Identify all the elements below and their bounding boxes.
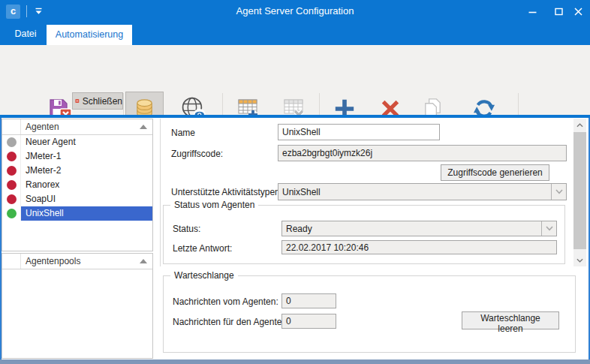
app-window: c Agent Server Configuration Datei Autom… (0, 0, 590, 364)
status-cell (2, 192, 21, 206)
last-response-field[interactable] (281, 240, 557, 254)
status-group-title: Status vom Agenten (170, 200, 258, 210)
status-dot-gray (7, 137, 17, 147)
pools-list-header[interactable]: Agentenpools (2, 254, 152, 269)
status-cell (2, 206, 21, 221)
messages-for-agent-field[interactable] (281, 314, 336, 329)
status-cell (2, 164, 21, 178)
status-dot-red (7, 166, 17, 176)
agents-list-body: Neuer AgentJMeter-1JMeter-2RanorexSoapUI… (2, 135, 152, 221)
last-response-label: Letzte Antwort: (173, 243, 232, 254)
title-bar: c Agent Server Configuration (0, 0, 590, 23)
list-item-label: UnixShell (21, 206, 152, 221)
list-item[interactable]: Ranorex (2, 178, 152, 192)
minimize-icon (528, 8, 537, 16)
scrollbar-thumb[interactable] (573, 132, 586, 249)
activity-types-label: Unterstützte Aktivitätstypen: (171, 187, 282, 197)
tab-automatisierung[interactable]: Automatisierung (47, 25, 132, 45)
tab-datei[interactable]: Datei (8, 23, 44, 45)
access-code-field[interactable] (278, 145, 567, 161)
messages-for-agent-label: Nachrichten für den Agenten: (173, 317, 289, 327)
scroll-down-button[interactable] (573, 254, 586, 266)
ribbon: Speichern & Schließen Schließen Speicher… (0, 45, 590, 115)
close-button[interactable] (568, 3, 588, 20)
list-item-label: JMeter-1 (21, 149, 152, 164)
list-item[interactable]: JMeter-1 (2, 149, 152, 164)
status-column-header (2, 119, 21, 134)
status-dot-red (7, 180, 17, 190)
dropdown-button[interactable] (551, 184, 566, 200)
scroll-up-icon (576, 123, 583, 128)
form-panel-border (160, 119, 161, 266)
list-item[interactable]: Neuer Agent (2, 135, 152, 149)
access-code-label: Zugriffscode: (171, 149, 223, 159)
sort-ascending-icon (140, 259, 147, 263)
queue-group-title: Warteschlange (170, 270, 238, 281)
pools-header-label: Agentenpools (21, 256, 140, 266)
status-cell (2, 149, 21, 164)
agents-header-label: Agenten (21, 122, 140, 132)
window-border-bottom (0, 359, 590, 364)
name-input[interactable] (278, 124, 440, 140)
list-item-label: Ranorex (21, 178, 152, 192)
status-dropdown[interactable]: Ready (281, 221, 557, 236)
status-dot-red (7, 194, 17, 204)
list-item[interactable]: UnixShell (2, 206, 152, 221)
vertical-scrollbar[interactable] (573, 119, 586, 266)
activity-types-dropdown[interactable]: UnixShell (278, 183, 567, 200)
close-project-button[interactable]: Schließen (72, 92, 123, 110)
messages-from-agent-field[interactable] (281, 293, 336, 308)
status-cell (2, 178, 21, 192)
status-dot-red (7, 152, 17, 161)
chevron-down-icon (546, 226, 553, 231)
dropdown-button[interactable] (541, 221, 556, 236)
status-value: Ready (282, 224, 541, 234)
status-cell (2, 135, 21, 149)
clear-queue-button[interactable]: Warteschlange leeren (462, 311, 559, 329)
agents-list-header[interactable]: Agenten (2, 119, 152, 135)
list-item-label: Neuer Agent (21, 135, 152, 149)
status-dot-green (7, 209, 17, 218)
scroll-up-button[interactable] (573, 119, 586, 131)
window-title: Agent Server Configuration (0, 0, 590, 23)
maximize-icon (555, 8, 563, 16)
maximize-button[interactable] (549, 3, 568, 20)
scroll-down-icon (576, 258, 583, 263)
list-item-label: SoapUI (21, 192, 152, 206)
close-icon (574, 8, 582, 16)
list-item-label: JMeter-2 (21, 164, 152, 178)
generate-code-button[interactable]: Zugriffscode generieren (441, 164, 549, 181)
list-item[interactable]: SoapUI (2, 192, 152, 206)
sort-ascending-icon (140, 125, 147, 129)
minimize-button[interactable] (522, 3, 542, 20)
window-border-left (0, 118, 2, 364)
activity-types-value: UnixShell (278, 187, 551, 197)
list-item[interactable]: JMeter-2 (2, 164, 152, 178)
agents-list: Agenten Neuer AgentJMeter-1JMeter-2Ranor… (2, 119, 153, 251)
close-small-label: Schließen (83, 96, 122, 107)
pools-list: Agentenpools (2, 253, 153, 359)
status-column-header (2, 254, 21, 269)
name-label: Name (171, 128, 195, 138)
messages-from-agent-label: Nachrichten vom Agenten: (173, 296, 278, 307)
close-red-icon (75, 95, 80, 107)
status-label: Status: (173, 224, 200, 234)
chevron-down-icon (555, 189, 563, 194)
